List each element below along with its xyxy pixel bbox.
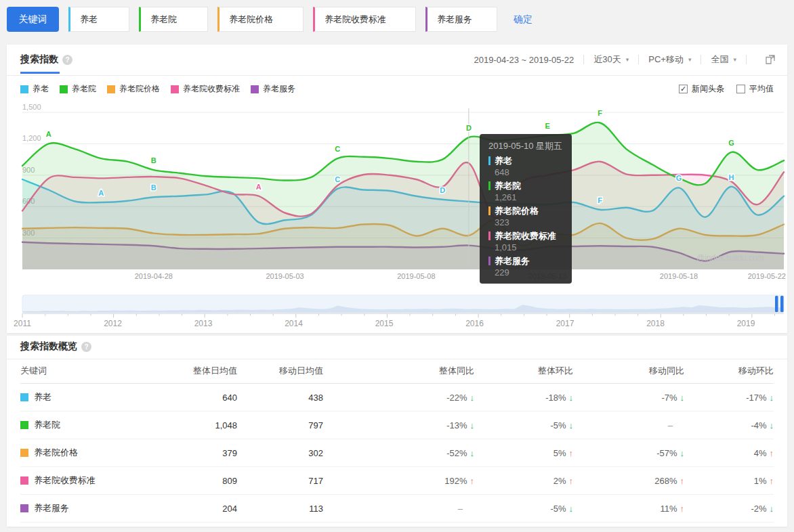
tab-search-index[interactable]: 搜索指数 ?: [20, 53, 72, 66]
percent-cell: -5%↓: [474, 420, 573, 430]
range-select[interactable]: 近30天 ▾: [593, 53, 629, 66]
external-link-icon[interactable]: [766, 55, 775, 64]
svg-text:2015: 2015: [375, 319, 394, 328]
svg-text:B: B: [151, 183, 156, 192]
timeline-slider[interactable]: 201120122013201420152016201720182019: [14, 295, 786, 329]
table-row[interactable]: 养老院收费标准809717192%↑2%↑268%↑1%↑: [20, 467, 774, 495]
legend-item[interactable]: 养老院价格: [107, 83, 160, 95]
help-icon[interactable]: ?: [62, 55, 72, 65]
svg-text:2019: 2019: [737, 319, 755, 328]
legend-item[interactable]: 养老服务: [251, 83, 295, 95]
legend-label: 养老院: [72, 83, 96, 95]
keyword-cell: 养老院: [20, 419, 190, 431]
svg-text:2013: 2013: [194, 319, 213, 328]
svg-text:2019-04-28: 2019-04-28: [135, 272, 173, 280]
baidu-index-page: 关键词 养老养老院养老院价格养老院收费标准养老服务 确定 搜索指数 ? 2019…: [0, 0, 794, 532]
chart-options: ✓ 新闻头条 平均值: [679, 83, 774, 95]
checkbox-checked-icon: ✓: [679, 85, 688, 93]
average-checkbox[interactable]: 平均值: [736, 83, 774, 95]
overview-table: 关键词整体日均值移动日均值整体同比整体环比移动同比移动环比养老640438-22…: [20, 359, 774, 523]
svg-text:H: H: [729, 173, 734, 181]
svg-text:A: A: [46, 130, 51, 138]
table-row[interactable]: 养老服务204113–-5%↓11%↑-2%↓: [20, 495, 774, 523]
svg-text:B: B: [151, 156, 156, 164]
svg-text:2012: 2012: [104, 319, 122, 328]
table-row[interactable]: 养老640438-22%↓-18%↓-7%↓-17%↓: [20, 384, 774, 412]
svg-text:2014: 2014: [285, 319, 303, 328]
svg-text:2019-05-22: 2019-05-22: [748, 272, 786, 280]
news-headline-checkbox[interactable]: ✓ 新闻头条: [679, 83, 724, 95]
svg-text:2019-05-03: 2019-05-03: [266, 272, 304, 280]
legend-swatch: [20, 85, 28, 93]
svg-text:2018: 2018: [646, 319, 665, 328]
svg-text:A: A: [256, 183, 262, 191]
svg-text:C: C: [335, 145, 340, 153]
percent-cell: -4%↓: [684, 420, 774, 430]
chart-legend: 养老养老院养老院价格养老院收费标准养老服务: [20, 83, 295, 95]
svg-text:1,200: 1,200: [22, 134, 41, 142]
table-row[interactable]: 养老院价格379302-52%↓5%↑-57%↓4%↑: [20, 439, 774, 467]
table-header-row: 关键词整体日均值移动日均值整体同比整体环比移动同比移动环比: [20, 359, 774, 384]
legend-swatch: [251, 85, 259, 93]
tooltip-item: 养老服务229: [488, 256, 563, 278]
svg-text:F: F: [598, 109, 602, 117]
legend-swatch: [60, 85, 68, 93]
percent-cell: -18%↓: [474, 393, 573, 403]
keyword-label-button[interactable]: 关键词: [7, 7, 59, 32]
legend-item[interactable]: 养老: [20, 83, 49, 95]
date-range[interactable]: 2019-04-23 ~ 2019-05-22: [474, 55, 574, 65]
svg-text:1,500: 1,500: [22, 103, 41, 111]
keyword-input[interactable]: 养老院收费标准: [313, 7, 416, 32]
device-select[interactable]: PC+移动 ▾: [648, 53, 691, 66]
svg-text:C: C: [335, 175, 340, 183]
value-cell: 1,048: [190, 420, 237, 430]
chart-tooltip: 2019-05-10 星期五 养老648养老院1,261养老院价格323养老院收…: [480, 134, 572, 284]
chevron-down-icon: ▾: [733, 56, 736, 63]
trend-chart[interactable]: 3006009001,2001,500ABCDEFGABCDFGHA2019-0…: [14, 100, 786, 283]
divider: [638, 55, 639, 64]
keyword-input[interactable]: 养老院: [139, 7, 208, 32]
value-cell: 809: [190, 476, 237, 486]
confirm-link[interactable]: 确定: [514, 14, 532, 26]
keyword-input[interactable]: 养老: [68, 7, 129, 32]
percent-cell: -57%↓: [573, 448, 684, 458]
tooltip-item: 养老院1,261: [488, 181, 563, 202]
chevron-down-icon: ▾: [688, 56, 692, 63]
checkbox-unchecked-icon: [736, 85, 745, 93]
legend-label: 养老: [33, 83, 49, 95]
percent-cell: 268%↑: [573, 476, 684, 486]
svg-text:D: D: [466, 124, 472, 132]
keyword-cell: 养老服务: [20, 502, 190, 514]
percent-cell: -17%↓: [684, 393, 774, 403]
svg-text:F: F: [598, 196, 602, 204]
svg-text:D: D: [440, 186, 445, 194]
legend-label: 养老院价格: [119, 83, 160, 95]
overview-title: 搜索指数概览 ?: [20, 340, 91, 353]
legend-swatch: [171, 85, 179, 93]
help-icon[interactable]: ?: [81, 342, 91, 352]
column-header: 关键词: [20, 365, 190, 377]
svg-text:2017: 2017: [556, 319, 574, 328]
table-row[interactable]: 养老院1,048797-13%↓-5%↓–-4%↓: [20, 412, 774, 439]
percent-cell: 4%↑: [684, 448, 774, 458]
active-tab-indicator: [20, 72, 60, 74]
column-header: 移动日均值: [237, 365, 323, 377]
value-cell: 302: [237, 448, 323, 458]
keyword-input[interactable]: 养老服务: [425, 7, 497, 32]
keyword-input[interactable]: 养老院价格: [217, 7, 304, 32]
keyword-cell: 养老: [20, 391, 190, 403]
divider: [746, 55, 747, 64]
legend-item[interactable]: 养老院: [60, 83, 96, 95]
region-select[interactable]: 全国 ▾: [711, 53, 736, 66]
keyword-inputs: 养老养老院养老院价格养老院收费标准养老服务: [59, 7, 497, 32]
column-header: 整体同比: [323, 365, 474, 377]
header-divider: [7, 75, 787, 76]
legend-item[interactable]: 养老院收费标准: [171, 83, 240, 95]
value-cell: 717: [237, 476, 323, 486]
svg-text:2019-05-08: 2019-05-08: [397, 272, 435, 280]
percent-cell: -2%↓: [684, 504, 774, 514]
tab-label: 搜索指数: [20, 53, 58, 66]
column-header: 整体环比: [474, 365, 573, 377]
legend-label: 养老院收费标准: [183, 83, 240, 95]
percent-cell: 192%↑: [323, 476, 474, 486]
